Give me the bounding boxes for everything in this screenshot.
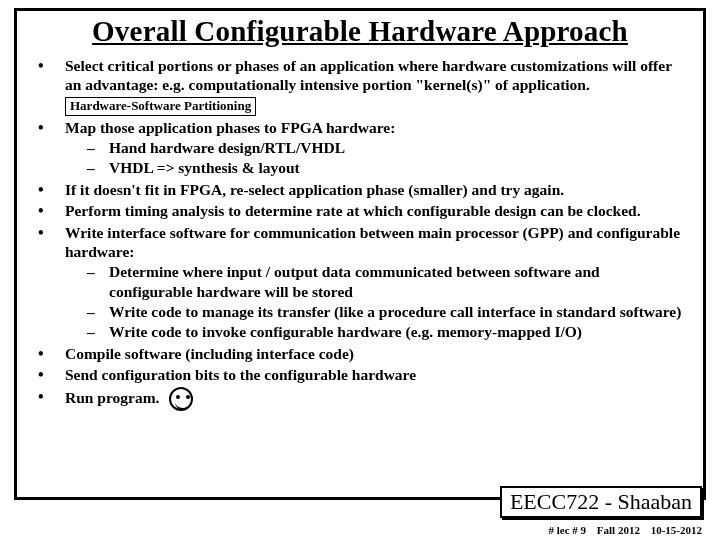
term-label: Fall 2012 (597, 524, 640, 536)
bullet-item: If it doesn't fit in FPGA, re-select app… (35, 180, 685, 199)
bullet-text: Select critical portions or phases of an… (65, 57, 672, 93)
sub-list: Determine where input / output data comm… (65, 262, 685, 342)
bullet-item: Perform timing analysis to determine rat… (35, 201, 685, 220)
slide-title: Overall Configurable Hardware Approach (35, 15, 685, 48)
footer-meta: # lec # 9 Fall 2012 10-15-2012 (541, 524, 703, 536)
sub-item: VHDL => synthesis & layout (87, 158, 685, 177)
smiley-icon (169, 387, 193, 411)
course-badge: EECC722 - Shaaban (500, 486, 702, 518)
sub-item: Determine where input / output data comm… (87, 262, 685, 301)
bullet-item: Compile software (including interface co… (35, 344, 685, 363)
bullet-item: Run program. (35, 387, 685, 411)
bullet-item: Select critical portions or phases of an… (35, 56, 685, 116)
bullet-text: Map those application phases to FPGA har… (65, 119, 395, 136)
bullet-item: Send configuration bits to the configura… (35, 365, 685, 384)
bullet-item: Write interface software for communicati… (35, 223, 685, 342)
bullet-item: Map those application phases to FPGA har… (35, 118, 685, 178)
lecture-number: # lec # 9 (549, 524, 587, 536)
bullet-text: Run program. (65, 388, 159, 405)
bullet-text: Write interface software for communicati… (65, 224, 680, 260)
sub-list: Hand hardware design/RTL/VHDL VHDL => sy… (65, 138, 685, 178)
slide-frame: Overall Configurable Hardware Approach S… (14, 8, 706, 500)
date-label: 10-15-2012 (651, 524, 702, 536)
sub-item: Write code to manage its transfer (like … (87, 302, 685, 321)
bullet-list: Select critical portions or phases of an… (35, 56, 685, 411)
sub-item: Hand hardware design/RTL/VHDL (87, 138, 685, 157)
inline-box-label: Hardware-Software Partitioning (65, 97, 256, 116)
sub-item: Write code to invoke configurable hardwa… (87, 322, 685, 341)
